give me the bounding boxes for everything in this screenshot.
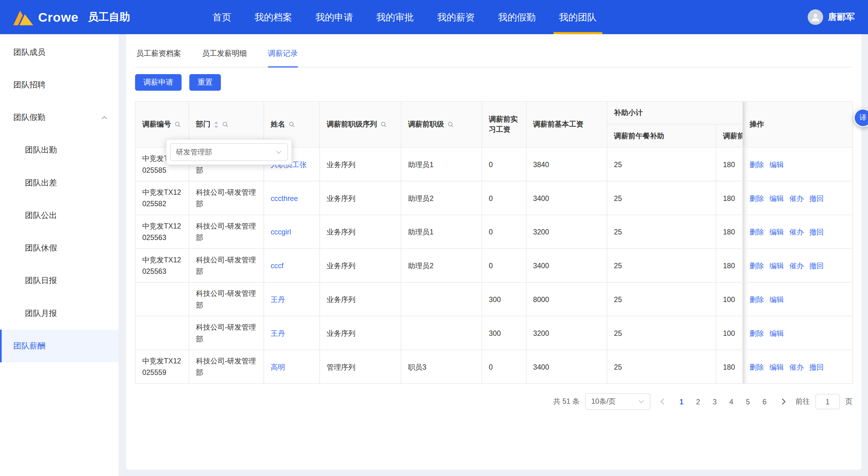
nav-home[interactable]: 首页: [206, 0, 238, 34]
chevron-down-icon: [276, 150, 282, 154]
sidebar-item-team-compensation[interactable]: 团队薪酬: [0, 330, 119, 362]
sidebar-item-team-checkin[interactable]: 团队出勤: [0, 134, 119, 167]
tab-salary-archive[interactable]: 员工薪资档案: [136, 45, 181, 67]
cell-other-subsidy: 180: [716, 215, 743, 249]
prev-page-icon[interactable]: [656, 394, 668, 409]
nav-my-approvals[interactable]: 我的审批: [370, 0, 421, 34]
page-number[interactable]: 1: [674, 394, 689, 409]
cell-actions: 删除编辑催办撤回: [743, 249, 853, 282]
employee-name-link[interactable]: cccgirl: [271, 228, 291, 236]
search-icon[interactable]: [175, 121, 181, 128]
employee-name-link[interactable]: 高明: [271, 363, 285, 371]
cell-lunch-subsidy: 25: [607, 181, 716, 215]
next-page-icon[interactable]: [778, 394, 790, 409]
page-number[interactable]: 5: [740, 394, 756, 409]
cell-actions: 删除编辑: [743, 147, 853, 181]
table-row: 科技公司-研发管理部 王丹 业务序列 300 3200 25 100 删除编辑: [135, 316, 853, 350]
nav-my-team[interactable]: 我的团队: [552, 0, 603, 34]
cell-name: 高明: [264, 350, 320, 383]
dept-filter-select[interactable]: 研发管理部: [170, 143, 288, 161]
nav-my-salary[interactable]: 我的薪资: [430, 0, 481, 34]
edit-link[interactable]: 编辑: [769, 262, 783, 270]
sidebar-item-label: 团队出勤: [25, 145, 57, 156]
sidebar-item-team-daily-report[interactable]: 团队日报: [0, 265, 119, 297]
goto-label: 前往: [795, 397, 810, 407]
page-number[interactable]: 3: [707, 394, 722, 409]
urge-link[interactable]: 催办: [789, 363, 804, 371]
nav-my-attendance[interactable]: 我的假勤: [492, 0, 542, 34]
sidebar-item-team-recruiting[interactable]: 团队招聘: [0, 69, 119, 101]
edit-link[interactable]: 编辑: [769, 228, 783, 236]
goto-page-input[interactable]: [815, 394, 840, 409]
top-navbar: Crowe 员工自助 首页 我的档案 我的申请 我的审批 我的薪资 我的假勤 我…: [0, 0, 868, 34]
delete-link[interactable]: 删除: [749, 363, 764, 371]
dept-filter-popup: 研发管理部: [166, 140, 292, 165]
delete-link[interactable]: 删除: [749, 295, 764, 304]
toolbar: 调薪申请 重置: [135, 74, 852, 91]
cell-base-salary: 8000: [526, 282, 607, 316]
tab-bar: 员工薪资档案 员工发薪明细 调薪记录: [135, 45, 852, 67]
sidebar-item-team-attendance-group[interactable]: 团队假勤: [0, 101, 119, 134]
search-icon[interactable]: [380, 121, 387, 128]
cell-department: 科技公司-研发管理部: [189, 249, 264, 282]
sidebar-item-team-monthly-report[interactable]: 团队月报: [0, 297, 119, 330]
nav-my-applications[interactable]: 我的申请: [309, 0, 360, 34]
edit-link[interactable]: 编辑: [769, 194, 783, 202]
page-number[interactable]: 4: [723, 394, 739, 409]
user-menu[interactable]: 唐郦军: [808, 9, 855, 25]
cell-intern-salary: 0: [482, 249, 526, 282]
withdraw-link[interactable]: 撤回: [809, 262, 824, 270]
nav-my-profile[interactable]: 我的档案: [248, 0, 299, 34]
pagination: 共 51 条 10条/页 1 2 3 4: [135, 393, 852, 410]
delete-link[interactable]: 删除: [749, 262, 764, 270]
cell-lunch-subsidy: 25: [607, 282, 716, 316]
cell-lunch-subsidy: 25: [607, 316, 716, 350]
cell-lunch-subsidy: 25: [607, 215, 716, 249]
cell-department: 科技公司-研发管理部: [189, 282, 264, 316]
edit-link[interactable]: 编辑: [769, 363, 783, 371]
employee-name-link[interactable]: cccthree: [271, 194, 298, 202]
sidebar-item-team-business-trip[interactable]: 团队出差: [0, 167, 119, 199]
delete-link[interactable]: 删除: [749, 228, 764, 236]
urge-link[interactable]: 催办: [789, 228, 804, 236]
edit-link[interactable]: 编辑: [769, 329, 783, 337]
main-nav: 首页 我的档案 我的申请 我的审批 我的薪资 我的假勤 我的团队: [201, 0, 608, 34]
employee-name-link[interactable]: 王丹: [271, 329, 285, 337]
withdraw-link[interactable]: 撤回: [809, 228, 824, 236]
app-root: Crowe 员工自助 首页 我的档案 我的申请 我的审批 我的薪资 我的假勤 我…: [0, 0, 868, 476]
sidebar-item-team-leave[interactable]: 团队休假: [0, 232, 119, 264]
delete-link[interactable]: 删除: [749, 160, 764, 168]
chevron-up-icon: [101, 116, 107, 120]
cell-series: 业务序列: [320, 181, 401, 215]
tab-payroll-detail[interactable]: 员工发薪明细: [202, 45, 247, 67]
tab-adjustment-records[interactable]: 调薪记录: [268, 45, 298, 67]
withdraw-link[interactable]: 撤回: [809, 194, 824, 202]
search-icon[interactable]: [447, 121, 454, 128]
urge-link[interactable]: 催办: [789, 194, 804, 202]
employee-name-link[interactable]: cccf: [271, 262, 283, 270]
salary-adjust-apply-button[interactable]: 调薪申请: [135, 74, 182, 91]
reset-button[interactable]: 重置: [189, 74, 221, 91]
page-number[interactable]: 6: [756, 394, 772, 409]
col-header-base-salary-before: 调薪前基本工资: [526, 101, 607, 147]
cell-series: 业务序列: [320, 316, 401, 350]
cell-lunch-subsidy: 25: [607, 350, 716, 383]
sidebar-item-team-members[interactable]: 团队成员: [0, 36, 119, 69]
cell-base-salary: 3200: [526, 316, 607, 350]
page-number[interactable]: 2: [690, 394, 706, 409]
edit-link[interactable]: 编辑: [769, 160, 783, 168]
urge-link[interactable]: 催办: [789, 262, 804, 270]
delete-link[interactable]: 删除: [749, 329, 764, 337]
sidebar: 团队成员 团队招聘 团队假勤 团队出勤 团队出差 团队公出 团队休假: [0, 34, 119, 476]
sort-icon[interactable]: [214, 121, 219, 128]
search-icon[interactable]: [288, 121, 295, 128]
withdraw-link[interactable]: 撤回: [809, 363, 824, 371]
page-size-select[interactable]: 10条/页: [585, 393, 650, 410]
employee-name-link[interactable]: 王丹: [271, 295, 285, 304]
cell-other-subsidy: 180: [716, 181, 743, 215]
edit-link[interactable]: 编辑: [769, 295, 783, 304]
sidebar-item-team-outing[interactable]: 团队公出: [0, 199, 119, 232]
delete-link[interactable]: 删除: [749, 194, 764, 202]
cell-name: cccgirl: [264, 215, 320, 249]
search-icon[interactable]: [222, 121, 228, 128]
